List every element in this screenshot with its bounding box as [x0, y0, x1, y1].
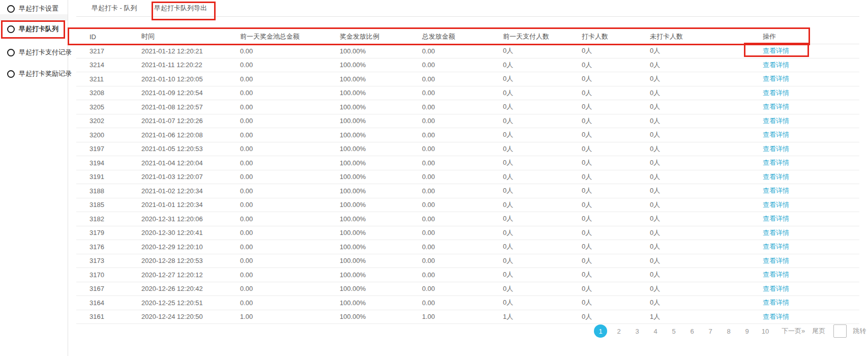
sidebar: 早起打卡设置早起打卡队列早起打卡支付记录早起打卡奖励记录: [0, 0, 68, 356]
view-detail-link[interactable]: 查看详情: [763, 89, 789, 97]
table-cell: 0.00: [240, 296, 340, 310]
table-cell: 2021-01-08 12:20:57: [141, 100, 240, 114]
table-cell: 100.00%: [340, 170, 422, 184]
view-detail-link[interactable]: 查看详情: [763, 131, 789, 138]
table-cell: 0.00: [422, 282, 503, 296]
page-number-2[interactable]: 2: [610, 328, 628, 335]
column-header: ID: [76, 29, 141, 44]
table-cell: 0.00: [240, 240, 340, 254]
sidebar-item-3[interactable]: 早起打卡奖励记录: [7, 69, 72, 79]
table-cell: 2021-01-05 12:20:53: [141, 142, 240, 156]
table-cell: 0.00: [422, 184, 503, 198]
tab-queue[interactable]: 早起打卡 - 队列: [92, 0, 137, 16]
table-cell: 0人: [503, 142, 582, 156]
table-cell: 0人: [650, 156, 763, 170]
view-detail-link[interactable]: 查看详情: [763, 229, 789, 236]
table-cell: 0人: [582, 184, 650, 198]
radio-circle-icon: [7, 5, 15, 13]
table-cell: 0人: [650, 58, 763, 72]
table-row: 31612020-12-24 12:20:501.00100.00%1.001人…: [76, 310, 859, 324]
view-detail-link[interactable]: 查看详情: [763, 257, 789, 264]
table-cell: 3191: [76, 170, 141, 184]
view-detail-link[interactable]: 查看详情: [763, 215, 789, 222]
view-detail-link[interactable]: 查看详情: [763, 299, 789, 306]
table-cell: 100.00%: [340, 198, 422, 212]
table-header-row: ID时间前一天奖金池总金额奖金发放比例总发放金额前一天支付人数打卡人数未打卡人数…: [76, 29, 859, 44]
table-cell: 3205: [76, 100, 141, 114]
table-cell: 0人: [582, 156, 650, 170]
table-cell: 0.00: [240, 58, 340, 72]
table-cell: 0人: [582, 240, 650, 254]
view-detail-link[interactable]: 查看详情: [763, 313, 789, 320]
table-cell: 0.00: [240, 254, 340, 268]
radio-circle-icon: [7, 49, 15, 56]
page-number-5[interactable]: 5: [665, 328, 683, 335]
sidebar-item-1[interactable]: 早起打卡队列: [7, 24, 58, 34]
tab-queue-export[interactable]: 早起打卡队列导出: [154, 0, 207, 16]
view-detail-link[interactable]: 查看详情: [763, 159, 789, 166]
table-cell: 0人: [582, 198, 650, 212]
table-cell: 0人: [650, 226, 763, 240]
table-cell: 2021-01-12 12:20:21: [141, 44, 240, 58]
jump-button[interactable]: 跳转: [853, 327, 866, 336]
view-detail-link[interactable]: 查看详情: [763, 271, 789, 278]
page-number-4[interactable]: 4: [646, 328, 665, 335]
table-cell: 100.00%: [340, 296, 422, 310]
next-page-button[interactable]: 下一页»: [782, 327, 805, 336]
table-cell: 0.00: [422, 72, 503, 86]
table-cell: 0.00: [422, 100, 503, 114]
table-cell: 0人: [650, 296, 763, 310]
view-detail-link[interactable]: 查看详情: [763, 103, 789, 110]
page-number-8[interactable]: 8: [720, 328, 738, 335]
table-cell: 100.00%: [340, 282, 422, 296]
view-detail-link[interactable]: 查看详情: [763, 243, 789, 250]
table-cell: 0.00: [240, 86, 340, 100]
table-cell: 0.00: [422, 128, 503, 142]
table-cell: 2021-01-01 12:20:34: [141, 198, 240, 212]
view-detail-link[interactable]: 查看详情: [763, 61, 789, 69]
sidebar-item-0[interactable]: 早起打卡设置: [7, 4, 58, 14]
page-number-1[interactable]: 1: [594, 324, 607, 338]
queue-table: ID时间前一天奖金池总金额奖金发放比例总发放金额前一天支付人数打卡人数未打卡人数…: [76, 29, 859, 324]
table-cell: 2020-12-28 12:20:53: [141, 254, 240, 268]
jump-page-input[interactable]: [833, 324, 847, 338]
table-cell: 0.00: [240, 156, 340, 170]
sidebar-item-2[interactable]: 早起打卡支付记录: [7, 47, 72, 57]
table-cell: 0人: [650, 44, 763, 58]
table-row: 31942021-01-04 12:20:040.00100.00%0.000人…: [76, 156, 859, 170]
view-detail-link[interactable]: 查看详情: [763, 75, 789, 82]
table-cell: 0人: [650, 100, 763, 114]
table-cell: 0.00: [240, 282, 340, 296]
table-cell: 0人: [582, 44, 650, 58]
view-detail-link[interactable]: 查看详情: [763, 201, 789, 209]
table-cell: 1.00: [422, 310, 503, 324]
table-row: 32112021-01-10 12:20:050.00100.00%0.000人…: [76, 72, 859, 86]
sidebar-item-label: 早起打卡设置: [19, 4, 58, 13]
table-cell: 0.00: [240, 44, 340, 58]
view-detail-link[interactable]: 查看详情: [763, 47, 789, 54]
view-detail-link[interactable]: 查看详情: [763, 117, 789, 125]
table-cell: 0人: [503, 282, 582, 296]
column-header: 总发放金额: [422, 29, 503, 44]
sidebar-item-label: 早起打卡奖励记录: [19, 69, 72, 78]
table-cell: 1人: [650, 310, 763, 324]
page-number-6[interactable]: 6: [683, 328, 701, 335]
page-number-9[interactable]: 9: [738, 328, 756, 335]
view-detail-link[interactable]: 查看详情: [763, 145, 789, 153]
table-cell: 2020-12-25 12:20:51: [141, 296, 240, 310]
table-cell: 100.00%: [340, 268, 422, 282]
view-detail-link[interactable]: 查看详情: [763, 187, 789, 194]
page-number-3[interactable]: 3: [628, 328, 646, 335]
page-number-10[interactable]: 10: [756, 328, 774, 335]
table-cell: 3182: [76, 212, 141, 226]
page-number-7[interactable]: 7: [701, 328, 720, 335]
table-cell: 0人: [503, 240, 582, 254]
table-row: 31912021-01-03 12:20:070.00100.00%0.000人…: [76, 170, 859, 184]
view-detail-link[interactable]: 查看详情: [763, 285, 789, 292]
table-cell: 100.00%: [340, 72, 422, 86]
table-cell: 0.00: [240, 114, 340, 128]
last-page-button[interactable]: 尾页: [812, 327, 825, 336]
view-detail-link[interactable]: 查看详情: [763, 173, 789, 181]
table-cell: 0.00: [422, 170, 503, 184]
table-cell: 0人: [503, 254, 582, 268]
